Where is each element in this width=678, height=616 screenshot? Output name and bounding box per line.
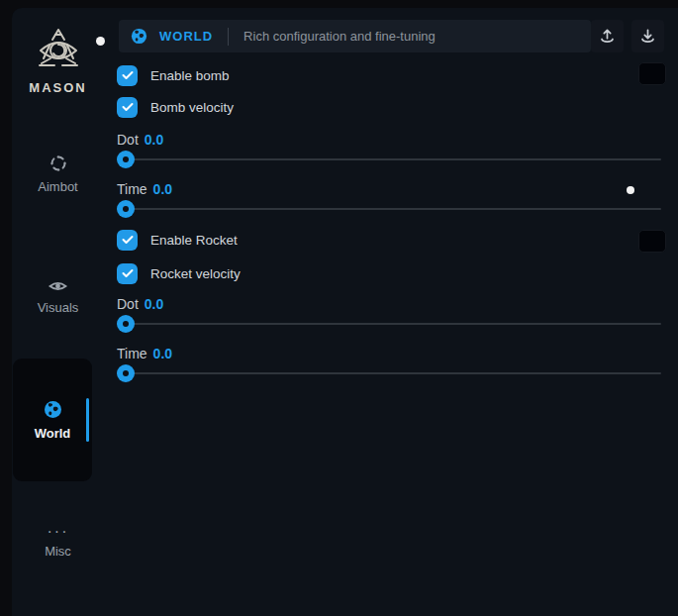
cursor-dot [627,186,634,194]
slider-track[interactable] [117,208,661,210]
mason-pyramid-eye-icon [34,26,83,75]
rocket-velocity-checkbox-row[interactable]: Rocket velocity [117,262,241,284]
rocket-color-swatch[interactable] [638,230,666,253]
header-divider [228,28,229,46]
rocket-time-slider-label: Time 0.0 [117,346,172,361]
slider-value: 0.0 [153,181,172,197]
globe-icon [131,28,147,45]
slider-knob[interactable] [117,315,135,333]
bomb-dot-slider[interactable] [117,151,661,168]
eye-icon [48,279,67,293]
sidebar-item-visuals[interactable]: Visuals [12,236,104,359]
sidebar-item-label: Visuals [38,300,79,315]
slider-track[interactable] [117,158,661,160]
page-subtitle: Rich configuration and fine-tuning [243,29,436,44]
slider-name: Dot [117,296,139,312]
enable-bomb-checkbox-row[interactable]: Enable bomb [117,64,230,86]
page-title: WORLD [159,29,213,44]
slider-knob[interactable] [117,151,135,168]
slider-track[interactable] [117,372,661,374]
app-window: MASON Aimbot [12,8,678,616]
enable-rocket-checkbox-row[interactable]: Enable Rocket [117,229,238,251]
bomb-velocity-checkbox-row[interactable]: Bomb velocity [117,96,234,118]
page-header: WORLD Rich configuration and fine-tuning [119,20,591,52]
download-config-button[interactable] [631,20,664,52]
slider-value: 0.0 [153,346,172,361]
checkbox-checked[interactable] [117,263,138,284]
brand-logo: MASON [12,26,104,95]
download-icon [639,28,656,45]
rocket-dot-slider-label: Dot 0.0 [117,296,163,312]
ellipsis-icon: ··· [48,527,69,537]
sidebar-item-aimbot[interactable]: Aimbot [12,113,104,236]
bomb-time-slider-label: Time 0.0 [117,181,172,197]
active-indicator-bar [86,398,90,442]
checkbox-label: Enable Rocket [150,233,238,248]
slider-value: 0.0 [145,296,163,312]
slider-knob[interactable] [117,200,135,218]
rocket-dot-slider[interactable] [117,315,661,333]
upload-config-button[interactable] [591,20,624,52]
check-icon [122,70,134,80]
sidebar-item-label: Aimbot [38,179,77,194]
bomb-dot-slider-label: Dot 0.0 [117,132,163,148]
slider-value: 0.0 [145,132,163,148]
check-icon [122,235,134,245]
sidebar-nav: Aimbot Visuals [12,113,104,604]
bomb-time-slider[interactable] [117,200,661,218]
globe-icon [44,400,62,419]
checkbox-label: Rocket velocity [150,266,241,281]
cursor-dot [96,37,105,46]
check-icon [122,102,134,112]
slider-name: Time [117,346,147,361]
checkbox-label: Enable bomb [150,68,230,83]
slider-name: Time [117,181,147,197]
check-icon [122,268,134,278]
brand-name: MASON [29,80,86,95]
bomb-color-swatch[interactable] [638,62,666,85]
sidebar-item-misc[interactable]: ··· Misc [12,481,104,604]
checkbox-checked[interactable] [117,65,138,86]
sidebar-item-label: Misc [45,544,71,559]
slider-track[interactable] [117,323,661,325]
checkbox-checked[interactable] [117,97,138,118]
rocket-time-slider[interactable] [117,364,661,382]
crosshair-icon [49,154,67,172]
slider-knob[interactable] [117,364,135,382]
sidebar-item-label: World [35,426,71,441]
checkbox-checked[interactable] [117,230,138,251]
sidebar: MASON Aimbot [12,8,104,616]
upload-icon [599,28,616,45]
slider-name: Dot [117,132,139,148]
sidebar-item-world[interactable]: World [13,359,92,481]
checkbox-label: Bomb velocity [150,100,234,115]
